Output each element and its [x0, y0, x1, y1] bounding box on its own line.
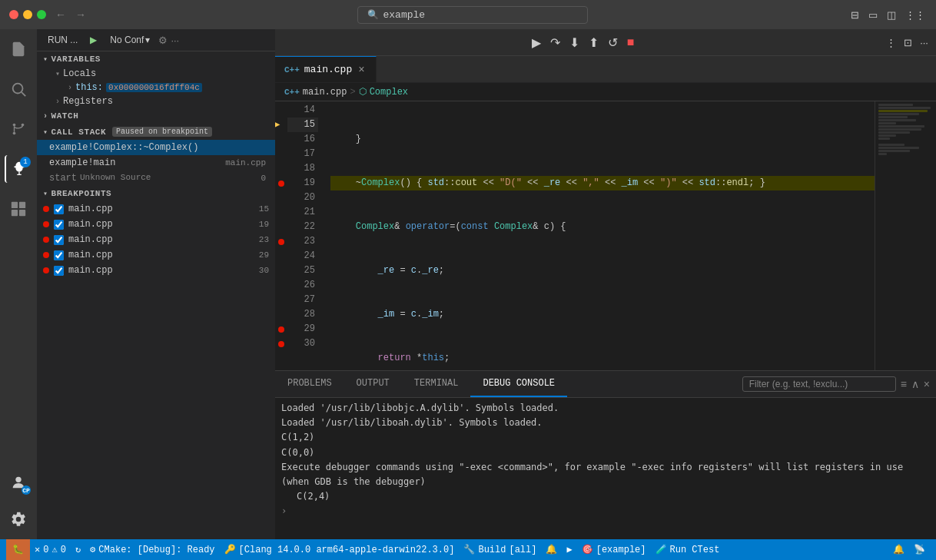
bp-file-2: main.cpp — [68, 234, 254, 245]
forward-button[interactable]: → — [72, 7, 89, 22]
registers-arrow: › — [55, 98, 60, 106]
activity-debug[interactable]: 1 — [5, 155, 32, 183]
bp-checkbox-1[interactable] — [54, 220, 64, 230]
split-editor-btn[interactable]: ⊡ — [902, 35, 914, 50]
status-debug-icon[interactable]: 🐛 — [6, 539, 30, 560]
ln-29: 29 — [287, 322, 318, 336]
debug-settings-button[interactable]: ⚙ — [158, 35, 168, 46]
tab-terminal[interactable]: TERMINAL — [402, 371, 471, 397]
bp-checkbox-3[interactable] — [54, 250, 64, 260]
status-play[interactable]: ▶ — [562, 539, 576, 560]
debug-step-out-btn[interactable]: ⬆ — [587, 34, 600, 51]
status-broadcast[interactable]: 📡 — [909, 544, 930, 555]
open-editors-btn[interactable]: ⋮ — [885, 35, 898, 50]
activity-search[interactable] — [5, 75, 32, 103]
gutter-30 — [275, 336, 287, 351]
debug-stop-btn[interactable]: ■ — [626, 34, 636, 51]
activity-extensions[interactable] — [5, 195, 32, 223]
locals-item[interactable]: ▾ Locals — [37, 67, 275, 81]
minimize-button[interactable] — [23, 10, 32, 19]
registers-item[interactable]: › Registers — [37, 94, 275, 108]
panel-scroll-up-btn[interactable]: ∧ — [911, 378, 919, 390]
activity-source-control[interactable] — [5, 115, 32, 143]
call-stack-header[interactable]: ▾ CALL STACK Paused on breakpoint — [37, 124, 275, 140]
variables-section-header[interactable]: ▾ VARIABLES — [37, 51, 275, 67]
ln-26: 26 — [287, 278, 318, 293]
stack-frame-1[interactable]: example!main main.cpp — [37, 155, 275, 171]
activity-settings[interactable] — [5, 505, 32, 533]
tab-debug-console[interactable]: DEBUG CONSOLE — [470, 371, 567, 397]
bp-file-3: main.cpp — [68, 250, 254, 260]
code-content[interactable]: } ~Complex() { std::cout << "D(" << _re … — [324, 101, 875, 370]
panel-filter: ≡ ∧ × — [742, 376, 936, 392]
this-item[interactable]: › this: 0x000000016fdff04c — [37, 81, 275, 94]
breadcrumb: C++ main.cpp > ⬡ Complex — [275, 83, 936, 101]
build-label: Build — [478, 545, 506, 555]
panel-icon[interactable]: ▭ — [867, 8, 879, 22]
panel-filter-mode-btn[interactable]: ≡ — [901, 378, 907, 390]
status-errors[interactable]: ✕ 0 ⚠ 0 — [30, 539, 71, 560]
bp-checkbox-0[interactable] — [54, 204, 64, 214]
breakpoints-section-header[interactable]: ▾ BREAKPOINTS — [37, 186, 275, 201]
status-build[interactable]: 🔧 Build [all] — [459, 539, 541, 560]
panel-close-btn[interactable]: × — [924, 378, 930, 390]
play-debug-button[interactable]: ▶ — [85, 33, 101, 47]
tab-problems[interactable]: PROBLEMS — [275, 371, 344, 397]
gutter-14 — [275, 103, 287, 118]
status-right: 🔔 📡 — [888, 544, 930, 555]
build-all: [all] — [509, 545, 536, 555]
code-line-15: ~Complex() { std::cout << "D(" << _re <<… — [330, 176, 875, 191]
status-clang[interactable]: 🔑 [Clang 14.0.0 arm64-apple-darwin22.3.0… — [220, 539, 460, 560]
stack-frame-0[interactable]: example!Complex::~Complex() — [37, 140, 275, 155]
bp-checkbox-4[interactable] — [54, 266, 64, 276]
ln-14: 14 — [287, 103, 318, 118]
chevron-icon: ▾ — [145, 35, 150, 45]
debug-restart-btn[interactable]: ↺ — [606, 34, 619, 51]
more-actions-btn[interactable]: ··· — [918, 35, 930, 50]
bp-file-1: main.cpp — [68, 219, 254, 230]
debug-step-over-btn[interactable]: ↷ — [549, 34, 562, 51]
layout-icon[interactable]: ⊟ — [849, 8, 861, 22]
close-button[interactable] — [9, 10, 18, 19]
customize-icon[interactable]: ⋮⋮ — [904, 8, 927, 22]
breadcrumb-symbol-icon: ⬡ — [359, 86, 367, 98]
status-run-ctest[interactable]: 🧪 Run CTest — [651, 539, 725, 560]
tab-output[interactable]: OUTPUT — [344, 371, 402, 397]
bp-checkbox-2[interactable] — [54, 235, 64, 245]
watch-section-header[interactable]: › WATCH — [37, 108, 275, 124]
gutter-23 — [275, 234, 287, 249]
svg-rect-8 — [19, 210, 25, 216]
editor-content-area: 14 ▶ 15 16 17 18 19 20 21 22 23 24 25 26 — [275, 101, 936, 539]
status-cmake[interactable]: ⚙ CMake: [Debug]: Ready — [85, 539, 219, 560]
bp-line-2: 23 — [259, 235, 269, 244]
run-button[interactable]: RUN ... — [43, 33, 82, 47]
tab-main-cpp[interactable]: C++ main.cpp × — [275, 56, 377, 82]
stack-frame-1-func: example!main — [49, 157, 115, 168]
back-button[interactable]: ← — [52, 7, 69, 22]
no-conf-button[interactable]: No Conf ▾ — [105, 32, 155, 48]
maximize-button[interactable] — [37, 10, 46, 19]
target-icon: 🎯 — [582, 544, 593, 555]
status-bell[interactable]: 🔔 — [541, 539, 562, 560]
debug-sidebar: RUN ... ▶ No Conf ▾ ⚙ ··· ▾ VARIABLES ▾ … — [37, 29, 275, 539]
split-icon[interactable]: ◫ — [885, 8, 898, 22]
status-notifications[interactable]: 🔔 — [888, 544, 909, 555]
activity-account[interactable]: CP — [5, 469, 32, 496]
panel-filter-input[interactable] — [742, 376, 896, 392]
status-sync[interactable]: ↻ — [71, 539, 85, 560]
svg-rect-5 — [12, 202, 18, 208]
bp-item-4: main.cpp 30 — [37, 263, 275, 278]
debug-more-button[interactable]: ··· — [171, 35, 179, 46]
status-target[interactable]: 🎯 [example] — [577, 539, 651, 560]
bp-line-1: 19 — [259, 220, 269, 229]
tab-close-btn[interactable]: × — [357, 64, 366, 76]
stack-frame-2[interactable]: start Unknown Source 0 — [37, 171, 275, 186]
debug-continue-btn[interactable]: ▶ — [530, 34, 543, 51]
activity-explorer[interactable] — [5, 35, 32, 63]
bp-dot-4 — [43, 267, 49, 273]
debug-step-into-btn[interactable]: ⬇ — [568, 34, 581, 51]
search-icon: 🔍 — [367, 9, 379, 21]
global-search-bar[interactable]: 🔍 example — [357, 6, 588, 24]
sidebar-scroll: ▾ VARIABLES ▾ Locals › this: 0x000000016… — [37, 51, 275, 539]
activity-bar: 1 CP — [0, 29, 37, 539]
